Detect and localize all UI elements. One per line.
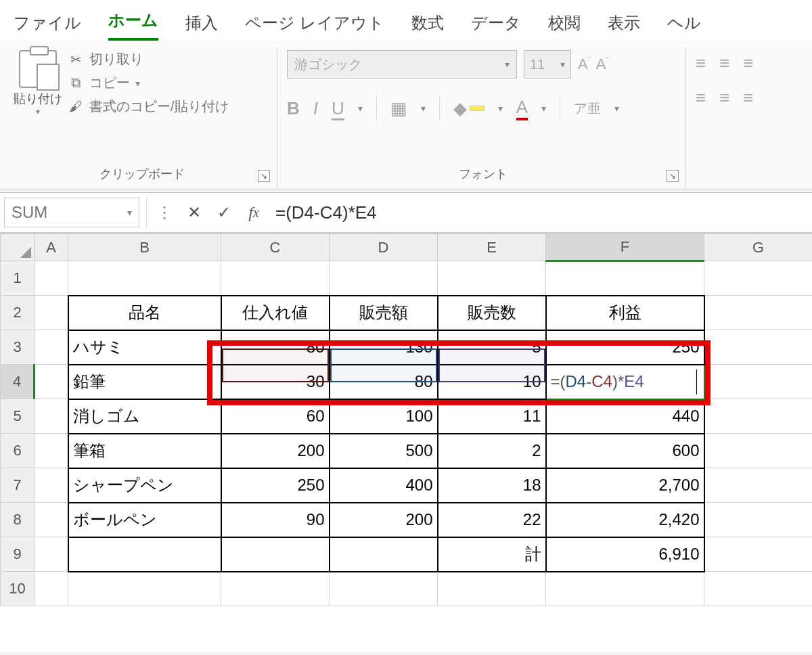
cell-D4[interactable]: 80 [330, 365, 438, 399]
cut-button[interactable]: ✂ 切り取り [68, 50, 229, 68]
enter-button[interactable]: ✓ [209, 198, 239, 227]
decrease-font-icon[interactable]: Aˇ [596, 55, 609, 73]
tab-review[interactable]: 校閲 [548, 9, 581, 41]
paste-button[interactable]: 貼り付け ▾ [14, 47, 62, 116]
align-center-icon[interactable]: ≡ [719, 87, 729, 108]
cell-B7[interactable]: シャープペン [68, 468, 221, 503]
fx-button[interactable]: fx [239, 198, 269, 227]
font-family-selector[interactable]: 游ゴシック ▾ [287, 50, 517, 78]
chevron-down-icon[interactable]: ▾ [614, 103, 619, 114]
cell-D7[interactable]: 400 [330, 468, 438, 503]
tab-view[interactable]: 表示 [608, 9, 640, 41]
cancel-button[interactable]: ✕ [179, 198, 209, 227]
cell-B6[interactable]: 筆箱 [68, 434, 221, 468]
cell-C4[interactable]: 30 [221, 365, 330, 399]
increase-font-icon[interactable]: Aˆ [578, 55, 591, 73]
align-middle-icon[interactable]: ≡ [719, 53, 729, 74]
bold-button[interactable]: B [287, 98, 300, 119]
row-header-9[interactable]: 9 [1, 537, 35, 572]
cell-B4[interactable]: 鉛筆 [68, 365, 221, 399]
cell-D2[interactable]: 販売額 [330, 296, 438, 330]
cell-E8[interactable]: 22 [438, 503, 546, 537]
chevron-down-icon[interactable]: ▾ [421, 103, 426, 114]
cell-F2[interactable]: 利益 [546, 296, 704, 330]
cell-B8[interactable]: ボールペン [68, 503, 221, 537]
align-left-icon[interactable]: ≡ [696, 87, 706, 108]
cell-C7[interactable]: 250 [221, 468, 330, 503]
options-button[interactable]: ⋮ [150, 198, 179, 227]
font-size-selector[interactable]: 11 ▾ [524, 50, 571, 78]
cell-C5[interactable]: 60 [221, 399, 330, 434]
tab-insert[interactable]: 挿入 [185, 9, 218, 41]
col-header-F[interactable]: F [546, 234, 704, 261]
cell-E7[interactable]: 18 [438, 468, 546, 503]
chevron-down-icon[interactable]: ▾ [358, 103, 363, 114]
chevron-down-icon[interactable]: ▾ [127, 207, 132, 218]
cell-D6[interactable]: 500 [330, 434, 438, 468]
col-header-C[interactable]: C [221, 234, 330, 261]
cell-D8[interactable]: 200 [330, 503, 438, 537]
chevron-down-icon[interactable]: ▾ [36, 107, 40, 116]
cell-D5[interactable]: 100 [330, 399, 438, 434]
cell-F9[interactable]: 6,910 [546, 537, 704, 572]
border-button[interactable]: ▦ [390, 98, 407, 119]
row-header-7[interactable]: 7 [1, 468, 35, 503]
tab-formulas[interactable]: 数式 [411, 9, 444, 41]
cell-E6[interactable]: 2 [438, 434, 546, 468]
cell-B2[interactable]: 品名 [68, 296, 221, 330]
row-header-3[interactable]: 3 [1, 330, 35, 365]
align-bottom-icon[interactable]: ≡ [743, 53, 753, 74]
cell-E3[interactable]: 5 [438, 330, 546, 365]
col-header-B[interactable]: B [68, 234, 221, 261]
col-header-A[interactable]: A [35, 234, 68, 261]
cell-F7[interactable]: 2,700 [546, 468, 704, 503]
formula-input[interactable] [269, 198, 812, 227]
cell-F5[interactable]: 440 [546, 399, 704, 434]
dialog-launcher-icon[interactable] [667, 170, 679, 182]
italic-button[interactable]: I [313, 98, 318, 119]
fill-color-button[interactable]: ◆ [453, 98, 484, 119]
underline-button[interactable]: U [332, 98, 344, 119]
tab-home[interactable]: ホーム [108, 7, 158, 41]
cell-E5[interactable]: 11 [438, 399, 546, 434]
name-box[interactable]: SUM ▾ [4, 198, 139, 227]
row-header-10[interactable]: 10 [1, 572, 35, 606]
col-header-E[interactable]: E [438, 234, 546, 261]
cell-F4-editing[interactable]: =(D4-C4)*E4 [546, 365, 704, 399]
cell-E4[interactable]: 10 [438, 365, 546, 399]
format-painter-button[interactable]: 🖌 書式のコピー/貼り付け [68, 97, 229, 116]
chevron-down-icon[interactable]: ▾ [135, 78, 140, 89]
worksheet[interactable]: A B C D E F G 1 2 品名 仕入れ値 販売額 販売数 利益 3 ハ… [0, 233, 812, 652]
cell-E9[interactable]: 計 [438, 537, 546, 572]
row-header-4[interactable]: 4 [1, 365, 35, 399]
dialog-launcher-icon[interactable] [258, 170, 270, 182]
row-header-6[interactable]: 6 [1, 434, 35, 468]
font-color-button[interactable]: A [516, 97, 528, 120]
tab-file[interactable]: ファイル [14, 9, 81, 41]
cell-F6[interactable]: 600 [546, 434, 704, 468]
cell-B3[interactable]: ハサミ [68, 330, 221, 365]
row-header-5[interactable]: 5 [1, 399, 35, 434]
tab-data[interactable]: データ [471, 9, 521, 41]
cell-C3[interactable]: 80 [221, 330, 330, 365]
select-all-button[interactable] [1, 234, 35, 261]
tab-layout[interactable]: ページ レイアウト [245, 9, 384, 41]
cell-C8[interactable]: 90 [221, 503, 330, 537]
col-header-G[interactable]: G [704, 234, 813, 261]
chevron-down-icon[interactable]: ▾ [498, 103, 503, 114]
align-right-icon[interactable]: ≡ [743, 87, 753, 108]
tab-help[interactable]: ヘル [667, 9, 701, 41]
align-top-icon[interactable]: ≡ [696, 53, 706, 74]
chevron-down-icon[interactable]: ▾ [541, 103, 546, 114]
cell-E2[interactable]: 販売数 [438, 296, 546, 330]
cell-F8[interactable]: 2,420 [546, 503, 704, 537]
cell-D3[interactable]: 130 [330, 330, 438, 365]
row-header-2[interactable]: 2 [1, 296, 35, 330]
phonetic-button[interactable]: ア亜 [574, 99, 601, 118]
row-header-1[interactable]: 1 [1, 261, 35, 296]
cell-F3[interactable]: 250 [546, 330, 704, 365]
copy-button[interactable]: ⧉ コピー ▾ [68, 74, 229, 92]
col-header-D[interactable]: D [330, 234, 438, 261]
cell-C2[interactable]: 仕入れ値 [221, 296, 330, 330]
cell-C6[interactable]: 200 [221, 434, 330, 468]
